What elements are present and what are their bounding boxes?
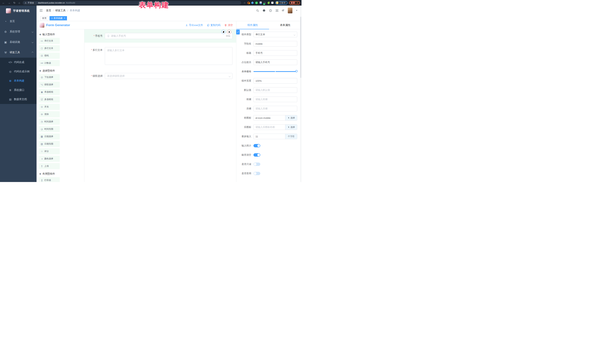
properties-form: 组件类型单行文本字段名mobile标题手机号占位提示请输入手机号表单栅格组件宽度… — [236, 29, 302, 182]
component-item[interactable]: ▧日期范围 — [39, 141, 60, 147]
breadcrumb-item[interactable]: 首页 — [46, 9, 51, 12]
toolbar-button[interactable]: 复制代码 — [207, 23, 220, 27]
component-item[interactable]: ◑颜色选择 — [39, 156, 60, 162]
property-input[interactable]: 请输入后图标名称 — [254, 125, 285, 129]
component-item[interactable]: ↥上传 — [39, 163, 60, 169]
section-title-label: 选择型组件 — [43, 69, 55, 72]
tab-component-props[interactable]: 组件属性 — [236, 21, 269, 29]
breadcrumb-item[interactable]: 研发工具 — [55, 9, 66, 12]
color-icon: ◑ — [40, 157, 43, 160]
component-item[interactable]: ◻多行文本 — [39, 45, 60, 51]
avatar[interactable] — [288, 8, 292, 13]
property-input[interactable]: 请输入手机号 — [254, 59, 297, 65]
form-field-row[interactable]: *手机号请输入手机号0/11 — [84, 29, 236, 43]
toggle-switch[interactable] — [254, 144, 260, 147]
extension-icon[interactable] — [251, 1, 254, 4]
component-item[interactable]: ▦日期选择 — [39, 133, 60, 140]
form-canvas: *手机号请输入手机号0/11*多行文本请输入多行文本*级联选择请选择级联选择 — [84, 29, 236, 182]
component-icon: ❖ — [39, 173, 41, 175]
select-input[interactable]: 请选择级联选择 — [105, 73, 232, 79]
app-logo[interactable]: 芋道管理系统 — [0, 6, 36, 16]
fullscreen-icon[interactable] — [276, 9, 278, 12]
component-item[interactable]: ◷时间选择 — [39, 119, 60, 125]
search-icon[interactable] — [256, 9, 259, 12]
component-item[interactable]: ▭单行文本 — [39, 38, 60, 44]
sidebar-subitem[interactable]: </>代码生成 — [0, 58, 36, 67]
component-item[interactable]: ◶时间范围 — [39, 126, 60, 132]
textarea-input[interactable]: 请输入多行文本 — [105, 47, 232, 65]
toolbar-button[interactable]: 清空 — [224, 23, 233, 27]
address-bar[interactable]: ⚠ 不安全 dashboard.yudao.iocoder.cn/tool/bu… — [23, 1, 241, 5]
sidebar-subitem[interactable]: ⊞表单构建 — [0, 76, 36, 86]
sidebar-item[interactable]: ⚙系统管理 — [0, 26, 36, 37]
toggle-switch[interactable] — [254, 163, 260, 166]
extension-icon[interactable] — [260, 1, 262, 4]
copy-component-button[interactable] — [221, 30, 225, 34]
extension-icon[interactable] — [267, 2, 270, 4]
help-icon[interactable]: ? — [269, 9, 272, 12]
property-input[interactable]: mobile — [254, 41, 297, 46]
component-item[interactable]: ⊡密码 — [39, 53, 60, 59]
scrollbar[interactable] — [300, 6, 302, 182]
component-item[interactable]: ⊙开关 — [39, 104, 60, 110]
toggle-switch[interactable] — [254, 153, 260, 157]
component-item[interactable]: ◉单选框组 — [39, 89, 60, 95]
extension-icon[interactable]: 1 — [247, 2, 250, 4]
bookmark-star-icon[interactable]: ☆ — [244, 1, 246, 4]
update-browser-button[interactable]: 更新⋮ — [289, 1, 300, 5]
extension-icon[interactable]: v — [255, 1, 258, 4]
append-button[interactable]: 选择 — [285, 124, 297, 130]
sidebar-subitem[interactable]: ▤数据库文档 — [0, 95, 36, 104]
component-item[interactable]: ◎下拉选择 — [39, 74, 60, 80]
property-input[interactable]: 请输入默认值 — [254, 87, 297, 93]
close-icon[interactable]: × — [64, 17, 65, 20]
form-field-row[interactable]: *多行文本请输入多行文本 — [84, 47, 236, 65]
component-item[interactable]: ⌥级联选择 — [39, 82, 60, 88]
hamburger-icon[interactable] — [39, 9, 43, 12]
grid-span-slider[interactable] — [254, 69, 297, 74]
component-item[interactable]: ☆评分 — [39, 148, 60, 154]
sidebar-item[interactable]: ◔首页 — [0, 16, 36, 26]
slider-handle[interactable] — [295, 70, 298, 72]
append-button[interactable]: 选择 — [285, 115, 297, 121]
delete-component-button[interactable] — [227, 30, 231, 34]
form-field-row[interactable]: *级联选择请选择级联选择 — [84, 73, 236, 79]
tab-form-props[interactable]: 表单属性 — [269, 21, 302, 29]
property-input[interactable]: 请输入后缀 — [254, 106, 297, 111]
sidebar-item[interactable]: ⚒研发工具 — [0, 47, 36, 58]
text-input[interactable]: 请输入手机号0/11 — [105, 33, 232, 39]
sidebar-subitem[interactable]: ◎代码生成示例 — [0, 67, 36, 76]
property-input[interactable]: 请输入前缀 — [254, 97, 297, 102]
fontsize-icon[interactable]: tT — [282, 9, 284, 12]
component-item[interactable]: ∥行容器 — [39, 177, 60, 182]
sidebar-item[interactable]: ▣基础设施 — [0, 37, 36, 47]
input-value: el-icon-mobile — [255, 117, 270, 119]
caret-down-icon[interactable] — [296, 10, 297, 11]
property-control: mobile — [254, 41, 297, 46]
profile-paused-button[interactable]: 已暂停 — [275, 1, 287, 5]
tab-active[interactable]: 表单构建× — [49, 16, 67, 20]
append-button[interactable]: 个字符 — [285, 134, 297, 139]
property-input[interactable]: 100% — [254, 78, 297, 84]
doc-link-button[interactable] — [236, 30, 240, 34]
property-input[interactable]: el-icon-mobile — [254, 117, 285, 119]
property-select[interactable]: 单行文本 — [254, 32, 297, 37]
toolbar-button[interactable]: 导出vue文件 — [185, 23, 203, 27]
component-item[interactable]: ☑多选框组 — [39, 96, 60, 102]
property-input[interactable]: 11 — [254, 135, 285, 138]
puzzle-extension-icon[interactable] — [271, 2, 274, 4]
scrollbar-thumb[interactable] — [300, 17, 301, 78]
home-icon[interactable]: ⌂ — [19, 1, 20, 4]
tab-page[interactable]: 首页 — [40, 16, 48, 20]
extension-icon[interactable]: on — [264, 2, 266, 4]
reload-icon[interactable]: ↻ — [13, 1, 16, 4]
property-input[interactable]: 手机号 — [254, 50, 297, 56]
component-item[interactable]: 123计数器 — [39, 60, 60, 66]
sidebar-subitem[interactable]: ≣系统接口 — [0, 86, 36, 95]
back-icon[interactable]: ← — [2, 1, 5, 4]
component-item[interactable]: ⊖滑块 — [39, 111, 60, 117]
github-icon[interactable] — [263, 9, 266, 12]
toggle-switch[interactable] — [254, 172, 260, 175]
toolbar-button-label: 复制代码 — [210, 23, 220, 27]
forward-icon[interactable]: → — [8, 1, 10, 4]
